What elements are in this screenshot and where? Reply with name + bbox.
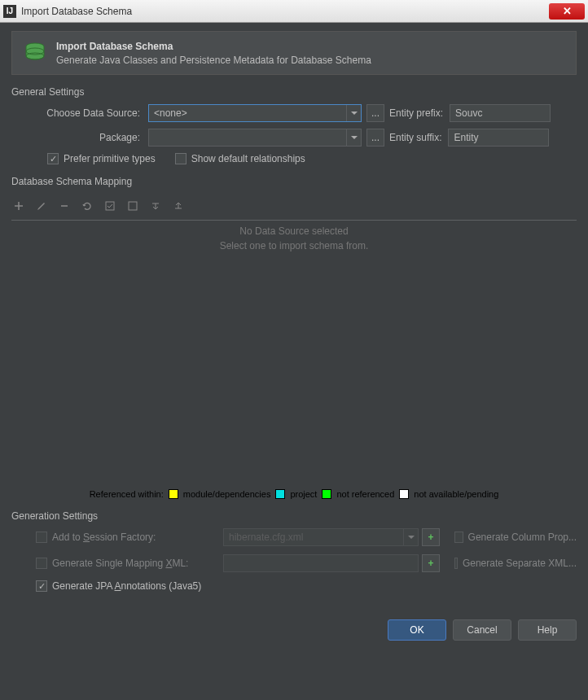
generate-column-prop-label: Generate Column Prop... [468, 532, 577, 543]
collapse-all-icon[interactable] [171, 199, 186, 213]
package-input[interactable] [149, 129, 346, 146]
window-title: Import Database Schema [21, 6, 549, 17]
schema-area: No Data Source selected Select one to im… [11, 221, 577, 489]
prefer-primitive-label: Prefer primitive types [64, 153, 156, 164]
generate-column-prop-checkbox[interactable]: Generate Column Prop... [454, 532, 577, 543]
placeholder-line1: No Data Source selected [11, 224, 577, 238]
legend-label-2: not referenced [336, 489, 394, 499]
checkbox-icon [36, 532, 47, 543]
schema-toolbar [11, 194, 577, 218]
entity-prefix-label: Entity prefix: [389, 107, 450, 119]
generation-settings-label: Generation Settings [11, 510, 577, 522]
svg-rect-3 [106, 202, 114, 210]
add-icon[interactable] [11, 199, 26, 213]
add-session-checkbox[interactable]: Add to Session Factory: [36, 532, 223, 543]
add-session-label: Add to Session Factory: [52, 532, 156, 543]
legend-label-3: not available/pending [414, 489, 498, 499]
data-source-input[interactable] [149, 105, 346, 121]
data-source-browse-button[interactable]: ... [366, 104, 384, 122]
chevron-down-icon[interactable] [346, 129, 361, 146]
edit-icon[interactable] [34, 199, 49, 213]
checkbox-icon [36, 558, 47, 569]
help-button[interactable]: Help [518, 619, 577, 641]
checkbox-icon [36, 580, 47, 592]
legend-prefix: Referenced within: [90, 489, 164, 499]
ok-button[interactable]: OK [388, 619, 446, 641]
session-factory-combo[interactable] [223, 528, 419, 546]
schema-mapping-label: Database Schema Mapping [11, 176, 577, 187]
single-xml-plus-button[interactable]: + [422, 554, 440, 572]
show-default-rel-checkbox[interactable]: Show default relationships [175, 153, 305, 164]
show-default-rel-label: Show default relationships [191, 153, 305, 164]
single-xml-label: Generate Single Mapping XML: [52, 558, 188, 569]
entity-suffix-label: Entity suffix: [389, 132, 448, 143]
legend-label-1: project [290, 489, 317, 499]
checkbox-icon [454, 532, 463, 543]
chevron-down-icon[interactable] [346, 105, 361, 121]
checkbox-icon [175, 153, 186, 164]
legend-swatch-yellow [169, 489, 178, 499]
package-combo[interactable] [148, 129, 362, 147]
cancel-button[interactable]: Cancel [453, 619, 511, 641]
data-source-label: Choose Data Source: [34, 107, 148, 119]
single-xml-input[interactable] [223, 554, 419, 572]
legend-swatch-green [322, 489, 331, 499]
checkbox-icon [47, 153, 59, 164]
package-browse-button[interactable]: ... [366, 129, 384, 147]
banner-subtitle: Generate Java Classes and Persistence Me… [56, 55, 371, 66]
legend-swatch-cyan [275, 489, 285, 499]
single-xml-checkbox[interactable]: Generate Single Mapping XML: [36, 558, 223, 569]
banner-title: Import Database Schema [56, 41, 371, 52]
package-label: Package: [34, 132, 148, 143]
data-source-combo[interactable] [148, 104, 362, 122]
chevron-down-icon[interactable] [403, 529, 418, 545]
app-icon: IJ [3, 5, 16, 18]
remove-icon[interactable] [57, 199, 72, 213]
jpa-annotations-checkbox[interactable]: Generate JPA Annotations (Java5) [36, 580, 223, 592]
deselect-all-icon[interactable] [125, 199, 140, 213]
database-icon [22, 40, 48, 66]
add-session-plus-button[interactable]: + [422, 528, 440, 546]
jpa-annotations-label: Generate JPA Annotations (Java5) [52, 580, 201, 592]
refresh-icon[interactable] [80, 199, 94, 213]
expand-all-icon[interactable] [148, 199, 163, 213]
svg-rect-4 [129, 202, 137, 210]
titlebar: IJ Import Database Schema ✕ [0, 0, 588, 23]
entity-prefix-input[interactable] [450, 104, 551, 122]
close-button[interactable]: ✕ [549, 3, 585, 20]
dialog-button-bar: OK Cancel Help [0, 608, 588, 652]
prefer-primitive-checkbox[interactable]: Prefer primitive types [47, 153, 156, 164]
legend-label-0: module/dependencies [183, 489, 271, 499]
separate-xml-label: Generate Separate XML... [463, 558, 577, 569]
separate-xml-checkbox[interactable]: Generate Separate XML... [454, 558, 577, 569]
placeholder-line2: Select one to import schema from. [11, 238, 577, 253]
session-factory-input[interactable] [224, 529, 403, 545]
select-all-icon[interactable] [103, 199, 117, 213]
entity-suffix-input[interactable] [448, 129, 549, 147]
dialog-banner: Import Database Schema Generate Java Cla… [11, 31, 577, 75]
checkbox-icon [454, 558, 458, 569]
legend: Referenced within: module/dependencies p… [11, 489, 577, 499]
general-settings-label: General Settings [11, 86, 577, 98]
legend-swatch-white [399, 489, 409, 499]
